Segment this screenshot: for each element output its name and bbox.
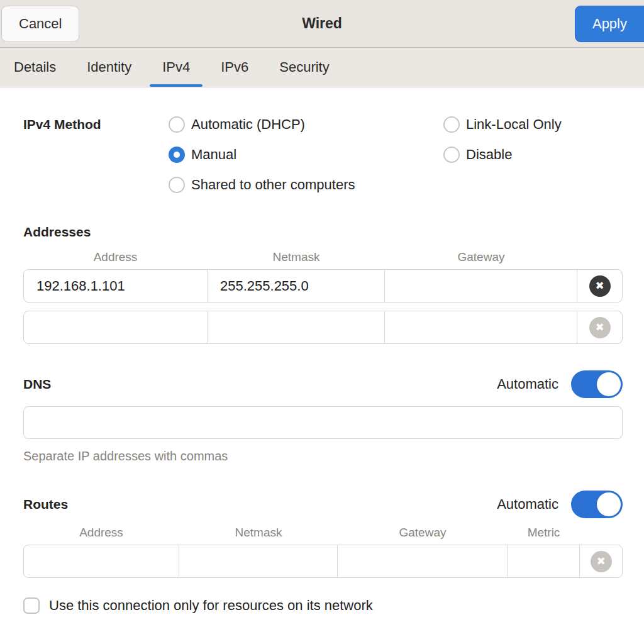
radio-disable[interactable]: Disable [443,140,562,170]
radio-checked-icon[interactable] [169,147,185,163]
column-header-address: Address [23,526,179,540]
gateway-input[interactable] [385,319,577,336]
addresses-title: Addresses [23,224,623,240]
routes-column-headers: Address Netmask Gateway Metric [23,526,623,540]
route-gateway-input[interactable] [338,553,507,570]
dns-title: DNS [23,376,497,392]
netmask-input[interactable] [208,319,384,336]
gateway-cell [385,311,577,343]
column-header-gateway: Gateway [338,526,508,540]
ipv4-page: IPv4 Method Automatic (DHCP) Link-Local … [0,87,644,614]
routes-section-header: Routes Automatic [23,491,623,518]
routes-title: Routes [23,496,497,513]
column-header-gateway: Gateway [385,250,577,264]
radio-manual[interactable]: Manual [169,140,443,170]
restrict-connection-label: Use this connection only for resources o… [49,597,373,614]
tab-identity[interactable]: Identity [73,48,145,87]
radio-icon[interactable] [443,116,460,133]
radio-label: Automatic (DHCP) [191,116,305,133]
address-cell [24,311,208,343]
column-header-netmask: Netmask [179,526,338,540]
address-cell [24,270,208,302]
gateway-cell [338,545,508,577]
toggle-knob-icon [597,492,621,516]
dns-automatic-label: Automatic [497,376,558,392]
radio-label: Disable [466,147,512,163]
dns-automatic-toggle[interactable] [571,370,623,398]
address-input[interactable] [24,278,207,294]
delete-cell: ✖ [577,270,622,302]
address-input[interactable] [24,319,207,336]
header-bar: Cancel Wired Apply [0,0,644,48]
address-row-1: ✖ [23,269,623,303]
routes-automatic-label: Automatic [497,496,558,513]
netmask-cell [208,311,385,343]
delete-address-button[interactable]: ✖ [589,275,611,297]
gateway-cell [385,270,577,302]
dns-servers-input[interactable] [23,406,623,439]
radio-icon[interactable] [443,147,460,163]
column-header-address: Address [23,250,208,264]
toggle-knob-icon [597,372,621,396]
metric-cell [508,545,580,577]
checkbox-icon[interactable] [23,597,40,614]
radio-label: Manual [191,147,236,163]
radio-icon[interactable] [169,177,185,193]
tab-ipv4[interactable]: IPv4 [148,48,204,87]
dns-helper-text: Separate IP addresses with commas [23,449,623,464]
route-metric-input[interactable] [508,553,579,570]
delete-cell: ✖ [577,311,622,343]
address-cell [24,545,179,577]
delete-address-button-disabled: ✖ [589,317,611,338]
restrict-connection-row[interactable]: Use this connection only for resources o… [23,597,623,614]
route-netmask-input[interactable] [179,553,337,570]
netmask-cell [179,545,338,577]
address-row-2: ✖ [23,311,623,344]
column-header-metric: Metric [508,526,580,540]
radio-shared-to-other-computers[interactable]: Shared to other computers [169,170,443,200]
ipv4-method-section: IPv4 Method Automatic (DHCP) Link-Local … [23,109,623,200]
radio-label: Shared to other computers [191,177,355,193]
routes-automatic-toggle[interactable] [571,491,623,518]
tab-bar: Details Identity IPv4 IPv6 Security [0,48,644,87]
netmask-input[interactable] [208,278,384,294]
tab-security[interactable]: Security [265,48,343,87]
addresses-column-headers: Address Netmask Gateway [23,250,623,264]
tab-details[interactable]: Details [0,48,70,87]
cancel-button[interactable]: Cancel [1,6,79,42]
ipv4-method-label: IPv4 Method [23,109,169,200]
column-header-netmask: Netmask [208,250,385,264]
delete-cell: ✖ [580,545,622,577]
radio-label: Link-Local Only [466,116,562,133]
radio-automatic-dhcp[interactable]: Automatic (DHCP) [169,109,443,140]
radio-link-local-only[interactable]: Link-Local Only [443,109,562,140]
tab-ipv6[interactable]: IPv6 [207,48,262,87]
route-row-1: ✖ [23,545,623,578]
window-title: Wired [302,15,342,32]
apply-button[interactable]: Apply [575,6,644,42]
gateway-input[interactable] [385,278,577,294]
delete-route-button-disabled: ✖ [591,551,612,572]
radio-icon[interactable] [169,116,185,133]
route-address-input[interactable] [24,553,179,570]
netmask-cell [208,270,385,302]
ipv4-method-options: Automatic (DHCP) Link-Local Only Manual … [169,109,562,200]
dns-section-header: DNS Automatic [23,370,623,398]
